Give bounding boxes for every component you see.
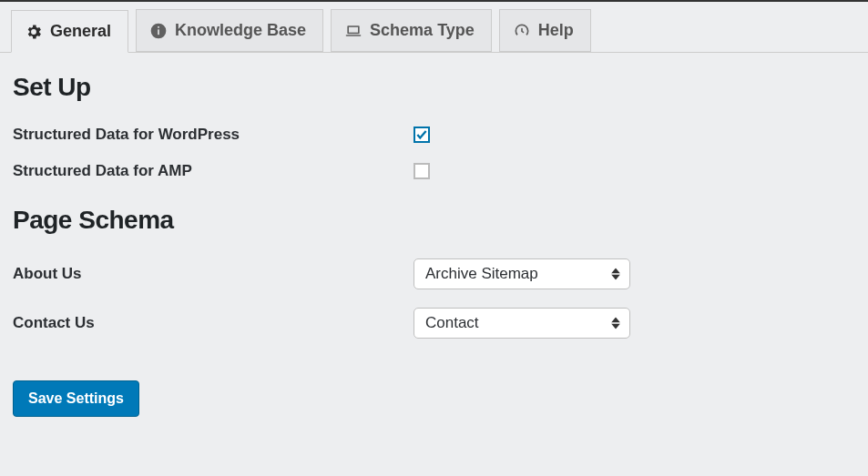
tab-label: Knowledge Base [175,21,306,40]
tab-help[interactable]: Help [499,9,591,52]
svg-rect-5 [346,35,362,36]
gear-icon [25,23,43,41]
svg-rect-4 [349,26,358,32]
svg-marker-8 [611,318,620,323]
select-value: Contact [425,314,479,332]
field-contact-us: Contact Us Contact [13,308,855,339]
field-structured-wp: Structured Data for WordPress [13,126,855,144]
field-label: Structured Data for WordPress [13,126,414,144]
svg-rect-1 [158,29,159,35]
dashboard-icon [513,22,531,40]
info-icon [149,22,168,40]
tabs: General Knowledge Base Schema Type Help [11,9,868,52]
select-value: Archive Sitemap [425,265,538,283]
tabs-container: General Knowledge Base Schema Type Help [0,2,868,53]
field-label: Contact Us [13,314,414,332]
select-contact-us[interactable]: Contact [414,308,630,339]
svg-rect-2 [158,26,159,28]
select-about-us[interactable]: Archive Sitemap [414,258,630,289]
section-heading-setup: Set Up [13,73,855,102]
save-button[interactable]: Save Settings [13,380,139,417]
laptop-icon [344,22,363,40]
tab-label: Help [538,21,574,40]
field-structured-amp: Structured Data for AMP [13,162,855,180]
checkbox-structured-wp[interactable] [414,127,430,143]
chevron-up-down-icon [611,268,620,280]
tab-knowledge-base[interactable]: Knowledge Base [136,9,323,52]
field-label: About Us [13,265,414,283]
tab-general[interactable]: General [11,10,128,53]
tab-schema-type[interactable]: Schema Type [331,9,492,52]
tab-label: Schema Type [370,21,475,40]
svg-marker-9 [611,324,620,329]
svg-marker-6 [611,268,620,274]
field-about-us: About Us Archive Sitemap [13,258,855,289]
chevron-up-down-icon [611,318,620,329]
checkbox-structured-amp[interactable] [414,163,430,179]
section-heading-page-schema: Page Schema [13,206,855,235]
content: Set Up Structured Data for WordPress Str… [0,53,868,430]
tab-label: General [50,22,111,41]
field-label: Structured Data for AMP [13,162,414,180]
svg-marker-7 [611,275,620,280]
